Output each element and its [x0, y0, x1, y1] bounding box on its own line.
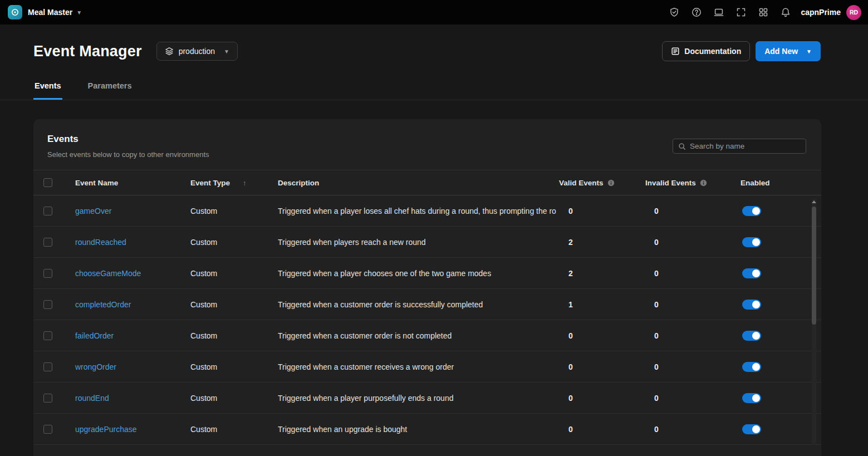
topbar-icon-group: [669, 7, 791, 18]
sort-ascending-icon[interactable]: ↑: [243, 179, 247, 187]
column-header-event-type[interactable]: Event Type: [190, 179, 230, 187]
event-type-cell: Custom: [190, 238, 278, 247]
event-name-link[interactable]: roundEnd: [75, 394, 109, 403]
valid-events-cell: 2: [559, 238, 645, 247]
shield-icon[interactable]: [669, 7, 679, 18]
event-description-cell: Triggered when a customer receives a wro…: [278, 362, 559, 371]
event-description-cell: Triggered when a customer order is not c…: [278, 331, 559, 340]
event-description-cell: Triggered when a player loses all chef h…: [278, 207, 559, 215]
username-label[interactable]: capnPrime: [801, 8, 841, 17]
column-header-valid-events[interactable]: Valid Events: [559, 179, 604, 187]
event-type-cell: Custom: [190, 362, 278, 371]
row-checkbox[interactable]: [43, 425, 52, 434]
console-icon[interactable]: [713, 7, 724, 18]
tab-events[interactable]: Events: [33, 76, 62, 100]
invalid-events-cell: 0: [645, 269, 741, 278]
invalid-events-cell: 0: [645, 425, 741, 434]
documentation-label: Documentation: [684, 47, 741, 56]
valid-events-cell: 0: [559, 207, 645, 215]
bell-icon[interactable]: [780, 7, 791, 18]
event-description-cell: Triggered when players reach a new round: [278, 238, 559, 247]
fullscreen-icon[interactable]: [735, 7, 746, 18]
event-name-link[interactable]: wrongOrder: [75, 362, 116, 371]
enabled-toggle[interactable]: [742, 300, 761, 310]
column-header-invalid-events[interactable]: Invalid Events: [645, 179, 696, 187]
enabled-toggle[interactable]: [742, 206, 761, 216]
invalid-events-cell: 0: [645, 300, 741, 309]
scrollbar-thumb[interactable]: [812, 207, 816, 325]
help-icon[interactable]: [691, 7, 702, 18]
table-row: roundReached Custom Triggered when playe…: [33, 227, 821, 258]
environment-dropdown[interactable]: production ▼: [156, 42, 238, 61]
documentation-button[interactable]: Documentation: [662, 41, 750, 61]
column-header-event-name[interactable]: Event Name: [75, 179, 190, 187]
valid-events-cell: 0: [559, 394, 645, 403]
event-name-link[interactable]: upgradePurchase: [75, 425, 137, 434]
valid-events-info-icon[interactable]: [607, 179, 615, 187]
toggle-knob: [752, 425, 760, 433]
column-header-enabled: Enabled: [741, 179, 821, 187]
documentation-icon: [671, 47, 680, 56]
event-name-link[interactable]: gameOver: [75, 207, 111, 215]
enabled-toggle[interactable]: [742, 237, 761, 247]
enabled-toggle[interactable]: [742, 362, 761, 372]
events-table-header: Event Name Event Type ↑ Description Vali…: [33, 170, 821, 195]
add-new-button[interactable]: Add New ▼: [756, 41, 821, 61]
invalid-events-info-icon[interactable]: [700, 179, 707, 187]
row-checkbox[interactable]: [43, 362, 52, 371]
table-row: upgradePurchase Custom Triggered when an…: [33, 414, 821, 445]
tab-parameters[interactable]: Parameters: [87, 76, 133, 100]
event-description-cell: Triggered when a player purposefully end…: [278, 394, 559, 403]
row-checkbox[interactable]: [43, 394, 52, 403]
app-logo-icon[interactable]: [8, 5, 22, 19]
row-checkbox[interactable]: [43, 331, 52, 340]
event-type-cell: Custom: [190, 269, 278, 278]
toggle-knob: [752, 363, 760, 371]
event-name-link[interactable]: completedOrder: [75, 300, 131, 309]
toggle-knob: [752, 269, 760, 277]
enabled-toggle[interactable]: [742, 331, 761, 341]
enabled-toggle[interactable]: [742, 424, 761, 434]
event-type-cell: Custom: [190, 331, 278, 340]
environment-value: production: [179, 47, 215, 56]
add-new-label: Add New: [764, 47, 798, 56]
table-scrollbar[interactable]: [812, 199, 816, 445]
event-name-link[interactable]: roundReached: [75, 238, 126, 247]
avatar[interactable]: RD: [846, 5, 861, 20]
search-box: [673, 139, 806, 154]
event-name-link[interactable]: chooseGameMode: [75, 269, 141, 278]
search-icon: [678, 143, 686, 150]
select-all-checkbox[interactable]: [43, 178, 52, 187]
invalid-events-cell: 0: [645, 331, 741, 340]
invalid-events-cell: 0: [645, 238, 741, 247]
project-chevron-down-icon[interactable]: ▼: [76, 9, 82, 16]
valid-events-cell: 0: [559, 425, 645, 434]
valid-events-cell: 2: [559, 269, 645, 278]
row-checkbox[interactable]: [43, 269, 52, 278]
valid-events-cell: 0: [559, 331, 645, 340]
scroll-up-icon[interactable]: [812, 200, 816, 203]
project-name[interactable]: Meal Master: [28, 8, 72, 17]
event-description-cell: Triggered when a player chooses one of t…: [278, 269, 559, 278]
page-header: Event Manager production ▼ Documentation…: [0, 24, 868, 61]
table-row: wrongOrder Custom Triggered when a custo…: [33, 351, 821, 383]
environment-chevron-down-icon: ▼: [224, 48, 229, 55]
column-header-description[interactable]: Description: [278, 179, 559, 187]
search-input[interactable]: [690, 142, 801, 150]
row-checkbox[interactable]: [43, 207, 52, 215]
row-checkbox[interactable]: [43, 300, 52, 309]
event-name-link[interactable]: failedOrder: [75, 331, 114, 340]
enabled-toggle[interactable]: [742, 393, 761, 403]
row-checkbox[interactable]: [43, 238, 52, 247]
enabled-toggle[interactable]: [742, 268, 761, 278]
events-panel-title: Events: [47, 134, 209, 145]
layers-icon: [165, 47, 174, 56]
add-new-chevron-down-icon: ▼: [806, 48, 812, 55]
event-type-cell: Custom: [190, 394, 278, 403]
events-table-body: gameOver Custom Triggered when a player …: [33, 195, 821, 445]
toggle-knob: [752, 332, 760, 340]
table-row: failedOrder Custom Triggered when a cust…: [33, 320, 821, 351]
apps-grid-icon[interactable]: [758, 7, 768, 18]
table-row: gameOver Custom Triggered when a player …: [33, 195, 821, 227]
topbar: Meal Master ▼: [0, 0, 868, 24]
